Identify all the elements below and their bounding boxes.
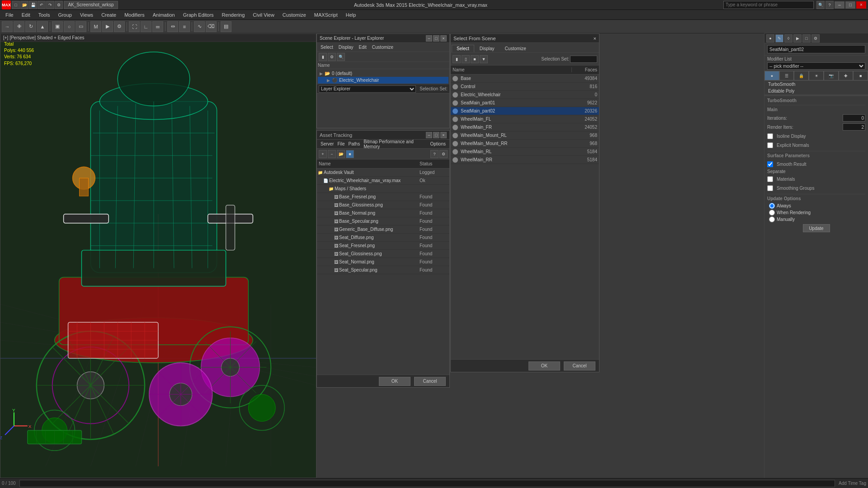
select-list-item[interactable]: WheelMain_RR5184 <box>451 156 599 164</box>
asset-menu-paths[interactable]: Paths <box>347 141 362 146</box>
asset-tree-item[interactable]: 🖼Generic_Base_Diffuse.pngFound <box>317 225 449 234</box>
menu-create[interactable]: Create <box>98 11 120 19</box>
select-scene-close-icon[interactable]: × <box>594 36 596 41</box>
modify-tab-icon[interactable]: ✎ <box>775 34 783 42</box>
isoline-checkbox[interactable] <box>767 133 773 139</box>
radio-always[interactable] <box>769 203 775 209</box>
update-button[interactable]: Update <box>803 224 830 232</box>
iterations-input[interactable] <box>843 114 865 122</box>
mirror-icon[interactable]: ⇔ <box>167 21 178 32</box>
minimize-button[interactable]: – <box>835 1 844 9</box>
layer-dropdown[interactable]: Layer Explorer <box>319 85 416 93</box>
modifier-editable-poly[interactable]: Editable Poly <box>764 88 868 94</box>
modifier-tab-list[interactable]: ☰ <box>779 71 794 80</box>
menu-rendering[interactable]: Rendering <box>218 11 249 19</box>
select-none-icon[interactable]: ▯ <box>462 55 470 63</box>
asset-tree-item[interactable]: 📁Maps / Shaders <box>317 185 449 193</box>
render-iters-input[interactable] <box>843 123 865 131</box>
modifier-tab-lights[interactable]: ☀ <box>809 71 824 80</box>
smooth-result-checkbox[interactable] <box>767 161 773 167</box>
modifier-tab-pin[interactable]: ● <box>764 71 779 80</box>
asset-tree-item[interactable]: 📁Autodesk VaultLogged <box>317 169 449 177</box>
select-list-item[interactable]: WheelMain_FR24052 <box>451 123 599 131</box>
asset-cancel-button[interactable]: Cancel <box>414 377 446 386</box>
scene-filter-icon[interactable]: ▮ <box>319 53 327 61</box>
undo-icon[interactable]: ↶ <box>38 1 46 9</box>
menu-civil-view[interactable]: Civil View <box>249 11 278 19</box>
smoothing-groups-checkbox[interactable] <box>767 185 773 191</box>
select-list-item[interactable]: SeatMain_part019622 <box>451 99 599 107</box>
utilities-tab-icon[interactable]: ⚙ <box>811 34 820 42</box>
asset-tree-item[interactable]: 🖼Base_Glossiness.pngFound <box>317 201 449 209</box>
select-list-item[interactable]: WheelMain_Mount_RR968 <box>451 140 599 148</box>
radio-when-rendering[interactable] <box>769 210 775 216</box>
material-icon[interactable]: M <box>90 21 101 32</box>
asset-menu-options[interactable]: Options <box>429 141 448 146</box>
menu-graph-editors[interactable]: Graph Editors <box>179 11 217 19</box>
time-tag-label[interactable]: Add Time Tag <box>839 481 866 486</box>
selection-set-input[interactable] <box>570 56 597 63</box>
scene-menu-customize[interactable]: Customize <box>370 45 395 50</box>
close-button[interactable]: × <box>856 1 866 9</box>
select-list-item[interactable]: Control816 <box>451 83 599 91</box>
redo-icon[interactable]: ↷ <box>46 1 54 9</box>
scene-explorer-minimize[interactable]: – <box>426 35 432 42</box>
asset-maximize[interactable]: □ <box>433 132 439 138</box>
asset-close[interactable]: × <box>440 132 447 138</box>
tab-title[interactable]: AK_Screenshot_wrksp <box>64 1 118 9</box>
hierarchy-tab-icon[interactable]: ◊ <box>784 34 793 42</box>
tab-customize[interactable]: Customize <box>500 45 531 52</box>
scene-explorer-maximize[interactable]: □ <box>433 35 439 42</box>
layer-icon[interactable]: ⚌ <box>152 21 163 32</box>
object-name-input[interactable] <box>767 45 865 53</box>
menu-tools[interactable]: Tools <box>35 11 54 19</box>
sphere-icon[interactable]: ○ <box>64 21 75 32</box>
asset-tree-item[interactable]: 🖼Seat_Normal.pngFound <box>317 258 449 266</box>
menu-modifiers[interactable]: Modifiers <box>121 11 148 19</box>
tab-select[interactable]: Select <box>452 45 474 52</box>
tree-item-default-layer[interactable]: ▶ 📂 0 (default) <box>318 70 448 77</box>
menu-customize[interactable]: Customize <box>279 11 310 19</box>
menu-group[interactable]: Group <box>54 11 75 19</box>
create-tab-icon[interactable]: ● <box>766 34 774 42</box>
scene-menu-display[interactable]: Display <box>337 45 355 50</box>
select-list-item[interactable]: SeatMain_part0220326 <box>451 107 599 115</box>
asset-menu-server[interactable]: Server <box>319 141 335 146</box>
select-list-item[interactable]: Electric_Wheelchair0 <box>451 91 599 99</box>
settings-icon[interactable]: ⚙ <box>55 1 63 9</box>
modifier-tab-shapes[interactable]: ■ <box>853 71 868 80</box>
move-icon[interactable]: ✙ <box>14 21 24 32</box>
schematic-icon[interactable]: ⌫ <box>206 21 217 32</box>
radio-manually[interactable] <box>769 216 775 222</box>
cylinder-icon[interactable]: ▭ <box>75 21 86 32</box>
modifier-turbosmoothh[interactable]: TurboSmooth <box>764 81 868 88</box>
asset-tree-item[interactable]: 🖼Seat_Fresnel.pngFound <box>317 242 449 250</box>
asset-menu-bitmap[interactable]: Bitmap Performance and Memory <box>362 139 428 149</box>
angle-snap-icon[interactable]: ∟ <box>141 21 151 32</box>
materials-checkbox[interactable] <box>767 176 773 182</box>
display-tab-icon[interactable]: □ <box>802 34 811 42</box>
menu-file[interactable]: File <box>2 11 17 19</box>
help-icon[interactable]: ? <box>826 1 834 9</box>
asset-tree-item[interactable]: 🖼Seat_Specular.pngFound <box>317 266 449 274</box>
asset-help-icon[interactable]: ? <box>430 150 439 158</box>
curve-editor-icon[interactable]: ∿ <box>194 21 205 32</box>
xref-scene-icon[interactable]: ▤ <box>221 21 231 32</box>
asset-ok-button[interactable]: OK <box>379 377 410 386</box>
keyword-search-input[interactable] <box>723 1 814 9</box>
maximize-button[interactable]: □ <box>845 1 855 9</box>
menu-edit[interactable]: Edit <box>18 11 34 19</box>
select-list-item[interactable]: WheelMain_Mount_RL968 <box>451 131 599 140</box>
asset-settings-icon[interactable]: ⚙ <box>439 150 448 158</box>
scene-menu-select[interactable]: Select <box>319 45 335 50</box>
select-list-item[interactable]: WheelMain_FL24052 <box>451 115 599 123</box>
modifier-list-dropdown[interactable]: -- pick modifier -- <box>767 62 865 70</box>
select-all-icon[interactable]: ▮ <box>453 55 461 63</box>
select-cancel-button[interactable]: Cancel <box>564 361 595 371</box>
save-icon[interactable]: 💾 <box>29 1 37 9</box>
viewport-3d[interactable]: [+] [Perspective] Shaded + Edged Faces T… <box>0 33 316 478</box>
render-setup-icon[interactable]: ⚙ <box>114 21 125 32</box>
select-invert-icon[interactable]: ■ <box>471 55 479 63</box>
scene-options-icon[interactable]: ⚙ <box>328 53 336 61</box>
asset-active-icon[interactable]: ■ <box>346 150 354 158</box>
